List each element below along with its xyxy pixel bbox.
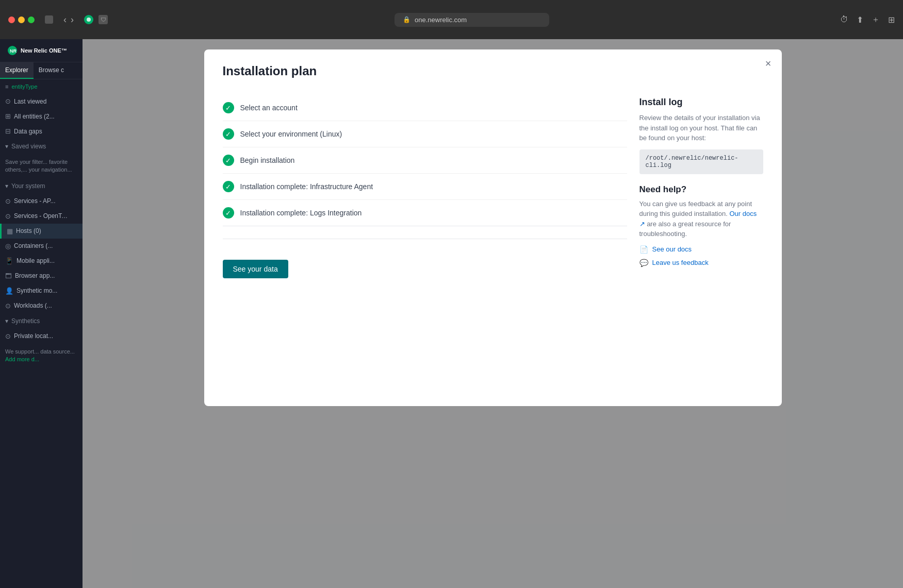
sidebar-item-label: Workloads (... [14,302,52,309]
installation-modal: Installation plan × ✓ Select an account … [204,49,782,406]
sidebar-item-services-apm[interactable]: ⊙ Services - AP... [0,194,83,209]
step-item: ✓ Installation complete: Logs Integratio… [223,200,627,226]
sidebar-item-all-entities[interactable]: ⊞ All entities (2... [0,109,83,124]
synthetic-icon: 👤 [5,287,13,295]
need-help-description: You can give us feedback at any point du… [639,199,763,239]
minimize-button[interactable] [18,16,25,23]
filter-label: entityType [11,83,37,90]
window-layout-icon[interactable] [45,15,53,24]
sidebar-item-data-gaps[interactable]: ⊟ Data gaps [0,124,83,139]
location-icon: ⊙ [5,332,11,340]
shield-icon: 🛡 [98,15,108,24]
forward-button[interactable]: › [71,14,74,25]
step-label: Installation complete: Infrastructure Ag… [240,182,373,191]
sidebar-item-label: All entities (2... [14,113,55,120]
step-check-icon: ✓ [223,102,234,113]
mobile-icon: 📱 [5,257,13,265]
step-item: ✓ Begin installation [223,147,627,174]
step-label: Begin installation [240,156,295,164]
modal-header: Installation plan × [204,49,782,87]
window-controls [45,15,53,24]
feedback-icon: 💬 [639,259,648,267]
sidebar-item-services-otel[interactable]: ⊙ Services - OpenTeleme... [0,209,83,224]
saved-views-header[interactable]: ▾ Saved views [0,139,83,154]
sidebar-item-label: Hosts (0) [16,227,41,234]
sidebar-item-last-viewed[interactable]: ⊙ Last viewed [0,94,83,109]
need-help-title: Need help? [639,184,763,195]
close-button[interactable]: × [765,58,771,70]
docs-link-label: See our docs [652,245,692,253]
sidebar-item-label: Mobile appli... [17,257,55,264]
step-check-icon: ✓ [223,207,234,219]
sidebar-filter[interactable]: ≡ entityType [0,79,83,94]
docs-icon: 📄 [639,245,648,254]
step-item: ✓ Select your environment (Linux) [223,121,627,147]
grid-icon: ⊞ [5,112,11,120]
leave-feedback-link[interactable]: 💬 Leave us feedback [639,259,763,267]
url-bar-wrapper: 🔒 one.newrelic.com [114,13,830,27]
sidebar-item-mobile[interactable]: 📱 Mobile appli... [0,254,83,268]
services-otel-icon: ⊙ [5,212,11,220]
log-path: /root/.newrelic/newrelic-cli.log [639,149,763,174]
favicon-icon [84,15,93,24]
close-button[interactable] [8,16,15,23]
step-label: Select an account [240,104,298,112]
add-tab-icon[interactable]: ＋ [872,14,880,25]
sidebar-item-containers[interactable]: ◎ Containers (... [0,239,83,254]
feedback-link-label: Leave us feedback [652,259,709,266]
step-check-icon: ✓ [223,128,234,140]
sidebar: NR New Relic ONE™ Explorer Browse c ≡ en… [0,39,83,588]
install-log-description: Review the details of your installation … [639,113,763,143]
saved-views-description: Save your filter... favorite others,... … [0,154,83,178]
filter-icon: ≡ [5,83,8,90]
sidebar-item-label: Containers (... [14,242,53,249]
lock-icon: 🔒 [403,16,411,23]
sidebar-item-label: Data gaps [14,128,42,135]
synthetics-label: Synthetics [11,317,40,325]
browser-icon: 🗔 [5,272,12,280]
sidebar-item-workloads[interactable]: ⊙ Workloads (... [0,298,83,313]
sidebar-item-browser[interactable]: 🗔 Browser app... [0,268,83,283]
chevron-down-icon: ▾ [5,143,8,150]
main-content: Installation plan × ✓ Select an account … [83,39,903,588]
chevron-down-icon: ▾ [5,182,8,190]
sidebar-item-label: Services - AP... [14,197,55,205]
see-our-docs-link[interactable]: 📄 See our docs [639,245,763,254]
browser-chrome: ‹ › 🛡 🔒 one.newrelic.com ⏱ ⬆ ＋ ⊞ [0,0,903,39]
url-bar[interactable]: 🔒 one.newrelic.com [395,13,549,27]
maximize-button[interactable] [28,16,35,23]
add-more-link[interactable]: Add more d... [5,356,39,362]
step-check-icon: ✓ [223,155,234,166]
modal-title: Installation plan [223,64,763,78]
sidebar-item-private-locations[interactable]: ⊙ Private locat... [0,329,83,344]
browser-toolbar-icons: ⏱ ⬆ ＋ ⊞ [840,14,895,25]
timer-icon[interactable]: ⏱ [840,15,848,24]
hosts-icon: ▦ [7,227,13,235]
tab-browse[interactable]: Browse c [34,62,69,79]
extensions-icon[interactable]: ⊞ [888,15,895,25]
svg-point-0 [87,18,91,22]
back-button[interactable]: ‹ [63,14,67,25]
services-apm-icon: ⊙ [5,197,11,205]
clock-icon: ⊙ [5,97,11,105]
containers-icon: ◎ [5,242,11,250]
your-system-header[interactable]: ▾ Your system [0,178,83,194]
saved-views-label: Saved views [11,143,46,150]
modal-body: ✓ Select an account ✓ Select your enviro… [204,87,782,406]
chevron-down-icon: ▾ [5,317,8,325]
step-check-icon: ✓ [223,181,234,192]
sidebar-item-synthetic[interactable]: 👤 Synthetic mo... [0,283,83,298]
step-list: ✓ Select an account ✓ Select your enviro… [223,95,627,226]
sidebar-item-label: Synthetic mo... [17,287,57,294]
sidebar-item-hosts[interactable]: ▦ Hosts (0) [0,224,83,239]
sidebar-logo: NR New Relic ONE™ [0,39,83,62]
see-your-data-button[interactable]: See your data [223,260,288,278]
modal-overlay: Installation plan × ✓ Select an account … [83,39,903,588]
installation-steps: ✓ Select an account ✓ Select your enviro… [223,95,627,388]
logo-text: New Relic ONE™ [21,47,67,54]
synthetics-header[interactable]: ▾ Synthetics [0,313,83,329]
tab-explorer[interactable]: Explorer [0,62,34,79]
share-icon[interactable]: ⬆ [857,15,863,25]
sidebar-item-label: Private locat... [14,332,53,340]
install-log-title: Install log [639,97,763,108]
